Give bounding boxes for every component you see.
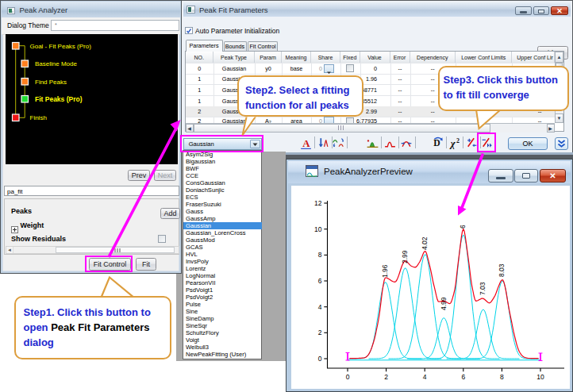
svg-text:D: D xyxy=(433,138,440,148)
svg-text:2: 2 xyxy=(456,137,460,144)
svg-text:A: A xyxy=(302,138,310,149)
svg-text:χ: χ xyxy=(448,138,456,149)
